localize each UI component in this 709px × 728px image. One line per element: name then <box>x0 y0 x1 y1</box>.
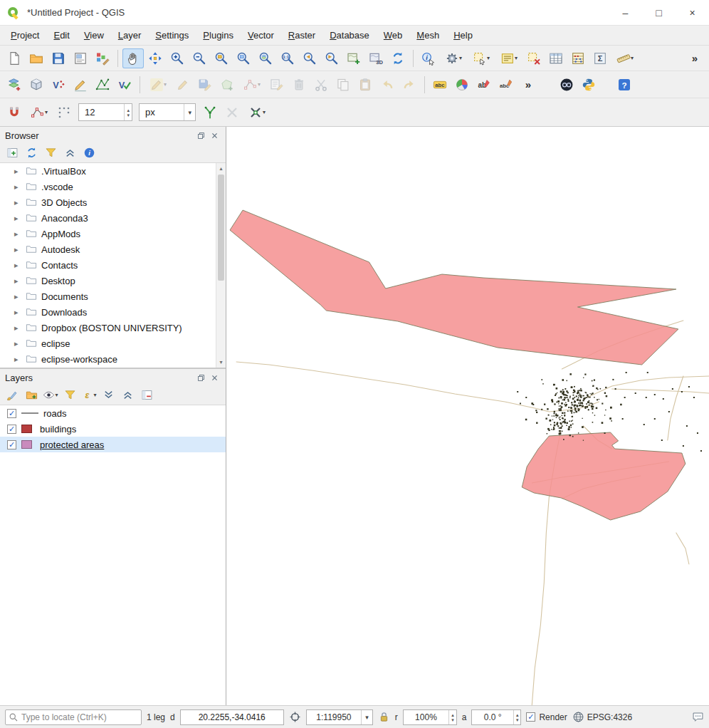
scrollbar-down-button[interactable]: ▾ <box>216 357 226 368</box>
collapse-all-button[interactable] <box>61 145 78 161</box>
menu-vector[interactable]: Vector <box>241 27 281 43</box>
remove-layer-button[interactable] <box>138 388 155 403</box>
add-group-button[interactable] <box>23 388 40 403</box>
run-feature-action-button[interactable]: ▾ <box>440 48 467 68</box>
open-project-button[interactable] <box>26 48 47 68</box>
new-spatialite-layer-button[interactable] <box>70 75 91 95</box>
stepper-buttons[interactable]: ▴▾ <box>124 104 132 120</box>
avoid-overlap-button[interactable]: ▾ <box>243 103 271 123</box>
expand-arrow-icon[interactable]: ▸ <box>14 292 24 301</box>
dropdown-arrow-icon[interactable]: ▾ <box>55 392 58 398</box>
open-field-calculator-button[interactable] <box>567 48 589 68</box>
new-mesh-layer-button[interactable] <box>92 75 113 95</box>
expand-all-button[interactable] <box>100 388 117 403</box>
dropdown-arrow-icon[interactable]: ▾ <box>515 55 518 61</box>
dropdown-arrow-icon[interactable]: ▾ <box>263 109 266 115</box>
dropdown-arrow-icon[interactable]: ▾ <box>93 392 96 398</box>
statistical-summary-button[interactable]: Σ <box>589 48 611 68</box>
browser-item-desktop[interactable]: ▸Desktop <box>0 273 216 288</box>
browser-item-vscode[interactable]: ▸.vscode <box>0 179 216 194</box>
expand-arrow-icon[interactable]: ▸ <box>14 182 24 192</box>
browser-scrollbar[interactable]: ▴ ▾ <box>216 163 226 368</box>
crs-indicator[interactable]: EPSG:4326 <box>572 711 632 723</box>
style-manager-button[interactable] <box>92 48 113 68</box>
browser-undock-button[interactable] <box>195 130 207 141</box>
browser-item-autodesk[interactable]: ▸Autodesk <box>0 241 216 257</box>
layers-undock-button[interactable] <box>195 373 207 383</box>
stepper-buttons[interactable]: ▴▾ <box>448 710 456 724</box>
render-checkbox[interactable]: ✓ Render <box>526 712 567 722</box>
locate-search[interactable] <box>5 709 142 725</box>
menu-edit[interactable]: Edit <box>46 27 76 43</box>
browser-item-downloads[interactable]: ▸Downloads <box>0 304 216 320</box>
zoom-full-button[interactable] <box>211 48 232 68</box>
new-shapefile-layer-button[interactable]: V <box>48 75 69 95</box>
layer-checkbox[interactable]: ✓ <box>7 409 16 418</box>
measure-line-button[interactable]: ▾ <box>611 48 639 68</box>
lock-scale-icon[interactable] <box>378 711 390 723</box>
menu-web[interactable]: Web <box>377 27 410 43</box>
zoom-last-button[interactable] <box>299 48 320 68</box>
filter-legend-by-expression-button[interactable]: ε▾ <box>80 388 98 403</box>
scrollbar-thumb[interactable] <box>218 175 224 281</box>
dropdown-arrow-icon[interactable]: ▾ <box>361 710 372 724</box>
menu-layer[interactable]: Layer <box>111 27 149 43</box>
menu-project[interactable]: Project <box>4 27 46 43</box>
browser-item-eclipse-workspace[interactable]: ▸eclipse-workspace <box>0 351 216 367</box>
expand-arrow-icon[interactable]: ▸ <box>14 355 24 364</box>
refresh-browser-button[interactable] <box>23 145 40 161</box>
layer-item-roads[interactable]: ✓roads <box>0 405 226 421</box>
browser-close-button[interactable] <box>209 130 221 141</box>
dropdown-arrow-icon[interactable]: ▾ <box>45 109 48 115</box>
browser-item-virtualbox[interactable]: ▸.VirtualBox <box>0 163 216 179</box>
new-3d-map-view-button[interactable]: 3D <box>365 48 387 68</box>
browser-item-dropbox-boston-university[interactable]: ▸Dropbox (BOSTON UNIVERSITY) <box>0 320 216 336</box>
browser-item-3d-objects[interactable]: ▸3D Objects <box>0 194 216 210</box>
menu-mesh[interactable]: Mesh <box>409 27 446 43</box>
zoom-to-selection-button[interactable] <box>233 48 254 68</box>
metasearch-catalog-button[interactable] <box>556 75 577 95</box>
open-attribute-table-button[interactable] <box>545 48 567 68</box>
dropdown-arrow-icon[interactable]: ▾ <box>459 55 462 61</box>
layer-checkbox[interactable]: ✓ <box>7 440 16 449</box>
zoom-out-button[interactable] <box>189 48 210 68</box>
extents-toggle-icon[interactable] <box>289 711 301 723</box>
new-geopackage-layer-button[interactable] <box>26 75 47 95</box>
browser-item-documents[interactable]: ▸Documents <box>0 288 216 304</box>
scale-combo[interactable]: 1:119950 ▾ <box>306 709 373 725</box>
menu-settings[interactable]: Settings <box>148 27 196 43</box>
select-features-by-value-button[interactable]: ▾ <box>495 48 522 68</box>
pin-unpin-labels-button[interactable]: ab <box>473 75 495 95</box>
expand-arrow-icon[interactable]: ▸ <box>14 339 24 348</box>
layer-item-buildings[interactable]: ✓buildings <box>0 421 226 437</box>
expand-arrow-icon[interactable]: ▸ <box>14 214 24 223</box>
messages-icon[interactable] <box>692 711 704 723</box>
python-console-button[interactable] <box>578 75 599 95</box>
save-project-button[interactable] <box>48 48 69 68</box>
show-properties-widget-button[interactable]: i <box>80 145 98 161</box>
stepper-buttons[interactable]: ▴▾ <box>513 710 521 724</box>
expand-arrow-icon[interactable]: ▸ <box>14 261 24 270</box>
snapping-type-button[interactable] <box>53 103 75 123</box>
menu-view[interactable]: View <box>77 27 111 43</box>
enable-snapping-button[interactable] <box>4 103 25 123</box>
new-map-view-button[interactable] <box>343 48 364 68</box>
new-virtual-layer-button[interactable]: V <box>114 75 135 95</box>
locate-input[interactable] <box>21 712 138 722</box>
refresh-map-button[interactable] <box>387 48 409 68</box>
zoom-in-button[interactable] <box>167 48 188 68</box>
toolbar-extension-main-button[interactable]: » <box>684 48 705 68</box>
manage-map-themes-button[interactable]: ▾ <box>42 388 59 403</box>
collapse-all-layers-button[interactable] <box>119 388 136 403</box>
dropdown-arrow-icon[interactable]: ▾ <box>487 55 490 61</box>
pan-map-button[interactable] <box>122 48 144 68</box>
filter-legend-button[interactable] <box>61 388 78 403</box>
snapping-tolerance[interactable]: 12▴▾ <box>78 103 132 121</box>
dropdown-arrow-icon[interactable]: ▾ <box>184 104 195 120</box>
expand-arrow-icon[interactable]: ▸ <box>14 276 24 286</box>
toolbar-extension-labels-button[interactable]: » <box>518 75 539 95</box>
highlight-pinned-labels-button[interactable]: abc <box>495 75 517 95</box>
add-selected-layers-button[interactable] <box>4 145 21 161</box>
menu-plugins[interactable]: Plugins <box>196 27 241 43</box>
expand-arrow-icon[interactable]: ▸ <box>14 323 24 333</box>
